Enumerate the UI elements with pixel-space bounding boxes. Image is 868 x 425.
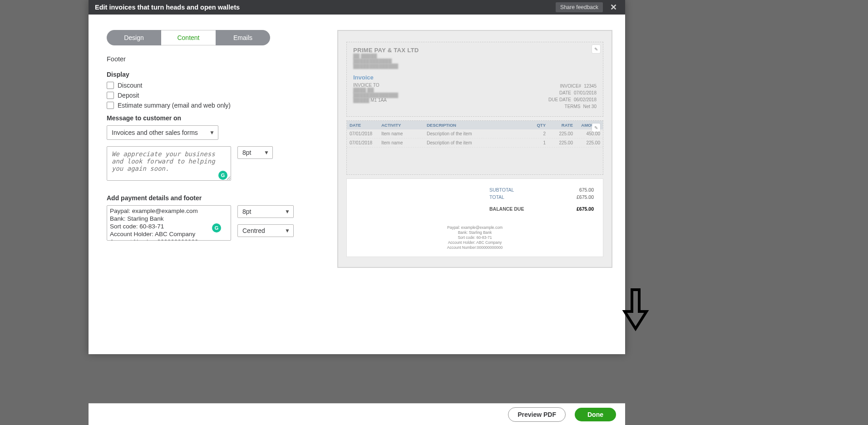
preview-header-card: ✎ PRIME PAY & TAX LTD ██ █████ █████████… [346, 42, 603, 117]
grammarly-icon: G [212, 223, 221, 232]
modal-spacer [89, 327, 625, 354]
redacted-line: ████ ██ [353, 88, 398, 93]
redacted-line: ██████████████ [353, 93, 398, 98]
preview-totals-card: SUBTOTAL675.00 TOTAL£675.00 BALANCE DUE£… [346, 178, 603, 257]
checkbox-estimate-label: Estimate summary (email and web only) [118, 102, 231, 109]
edit-header-icon[interactable]: ✎ [592, 45, 600, 53]
edit-invoice-modal: Edit invoices that turn heads and open w… [89, 0, 625, 354]
tab-group: Design Content Emails [107, 30, 270, 45]
display-label: Display [107, 71, 320, 78]
checkbox-estimate[interactable] [107, 102, 114, 109]
bottom-action-bar: Preview PDF Done [89, 403, 625, 425]
checkbox-discount[interactable] [107, 82, 114, 89]
invoice-preview: ✎ PRIME PAY & TAX LTD ██ █████ █████████… [337, 30, 612, 268]
message-font-size-select[interactable]: 8pt ▼ [237, 146, 273, 159]
modal-title: Edit invoices that turn heads and open w… [95, 4, 240, 11]
invoice-title: Invoice [353, 74, 597, 81]
preview-pdf-button[interactable]: Preview PDF [508, 407, 566, 422]
redacted-line: ██ █████ [353, 54, 597, 59]
annotation-arrow-icon [622, 288, 649, 331]
edit-lineitems-icon[interactable]: ✎ [592, 124, 600, 132]
tab-content[interactable]: Content [161, 30, 216, 45]
invoice-meta: INVOICE#12345 DATE07/01/2018 DUE DATE06/… [544, 83, 597, 110]
preview-lineitems-card: ✎ DATE ACTIVITY DESCRIPTION QTY RATE AMO… [346, 120, 603, 175]
checkbox-deposit[interactable] [107, 92, 114, 99]
preview-footer-text: Paypal: example@example.com Bank: Starli… [353, 225, 597, 250]
table-row: 07/01/2018Item nameDescription of the it… [347, 138, 603, 148]
payment-details-label: Add payment details and footer [107, 194, 320, 202]
done-button[interactable]: Done [575, 408, 616, 421]
tab-design[interactable]: Design [107, 30, 161, 45]
redacted-line: ██████████████ [353, 64, 597, 69]
checkbox-deposit-label: Deposit [118, 92, 139, 99]
redacted-line: ████████████ [353, 59, 597, 64]
message-to-label: Message to customer on [107, 114, 320, 122]
tab-emails[interactable]: Emails [216, 30, 270, 45]
customer-message-textarea[interactable] [107, 146, 231, 181]
footer-font-size-select[interactable]: 8pt ▼ [237, 205, 294, 218]
message-target-select[interactable]: Invoices and other sales forms ▼ [107, 125, 218, 140]
invoice-to-label: INVOICE TO [353, 83, 398, 88]
footer-alignment-select[interactable]: Centred ▼ [237, 224, 294, 237]
company-name: PRIME PAY & TAX LTD [353, 47, 597, 54]
table-header: DATE ACTIVITY DESCRIPTION QTY RATE AMOUN… [347, 121, 603, 129]
checkbox-discount-label: Discount [118, 82, 142, 89]
grammarly-icon: G [218, 171, 227, 180]
footer-section-title: Footer [107, 55, 320, 63]
share-feedback-button[interactable]: Share feedback [556, 2, 603, 12]
table-row: 07/01/2018Item nameDescription of the it… [347, 129, 603, 138]
payment-details-textarea[interactable]: Paypal: example@example.com Bank: Starli… [107, 205, 231, 241]
close-icon[interactable]: ✕ [608, 2, 619, 12]
modal-titlebar: Edit invoices that turn heads and open w… [89, 0, 625, 15]
settings-panel: Design Content Emails Footer Display Dis… [107, 30, 320, 268]
